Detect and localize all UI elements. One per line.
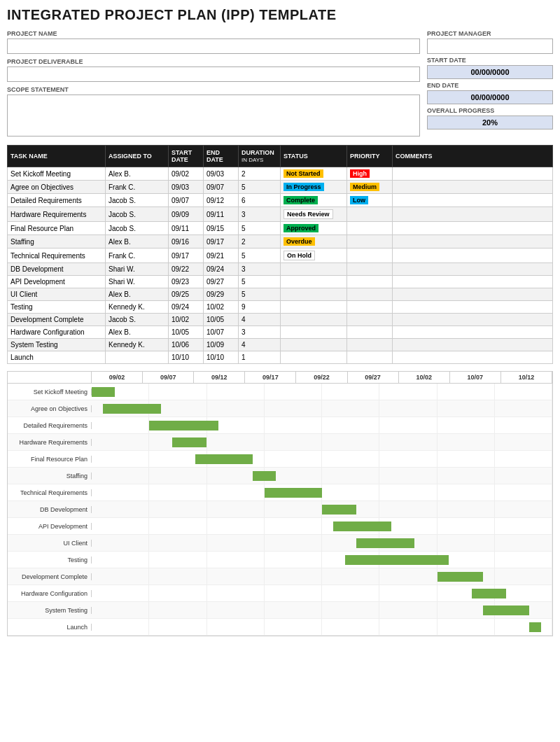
th-status: STATUS <box>281 146 347 167</box>
project-deliverable-label: PROJECT DELIVERABLE <box>7 58 420 65</box>
table-row: UI Client Alex B. 09/25 09/29 5 <box>8 288 553 301</box>
end-date: 09/15 <box>204 222 239 235</box>
comments <box>393 263 553 276</box>
end-date: 09/27 <box>204 276 239 288</box>
end-date-label: END DATE <box>427 82 553 89</box>
assigned-to: Jacob S. <box>106 207 169 222</box>
status-cell: Overdue <box>281 235 347 248</box>
priority-cell <box>347 314 393 326</box>
gantt-bar-area <box>92 468 552 484</box>
assigned-to: Jacob S. <box>106 222 169 235</box>
priority-cell <box>347 276 393 288</box>
assigned-to: Shari W. <box>106 263 169 276</box>
assigned-to: Frank C. <box>106 181 169 194</box>
th-comments: COMMENTS <box>393 146 553 167</box>
gantt-bar <box>253 471 276 481</box>
gantt-bar <box>333 522 391 531</box>
duration: 2 <box>239 167 281 181</box>
gantt-row-label: Hardware Requirements <box>8 439 92 446</box>
start-date: 09/17 <box>169 248 204 263</box>
gantt-bar-area <box>92 568 552 584</box>
gantt-bar <box>195 454 253 464</box>
project-manager-input[interactable] <box>427 38 553 54</box>
gantt-row-label: API Development <box>8 523 92 530</box>
th-start-date: START DATE <box>169 146 204 167</box>
end-date: 09/21 <box>204 248 239 263</box>
gantt-bar <box>322 505 356 514</box>
gantt-row: Final Resource Plan <box>8 451 552 468</box>
start-date: 10/02 <box>169 314 204 326</box>
gantt-date-headers: 09/0209/0709/1209/1709/2209/2710/0210/07… <box>92 372 552 383</box>
gantt-row: Staffing <box>8 468 552 484</box>
priority-badge: High <box>350 169 370 178</box>
gantt-bar-area <box>92 535 552 551</box>
comments <box>393 167 553 181</box>
duration: 3 <box>239 207 281 222</box>
gantt-bar <box>149 421 218 430</box>
duration: 5 <box>239 181 281 194</box>
end-date: 09/12 <box>204 194 239 207</box>
comments <box>393 207 553 222</box>
table-row: Staffing Alex B. 09/16 09/17 2 Overdue <box>8 235 553 248</box>
duration: 4 <box>239 314 281 326</box>
gantt-bar-area <box>92 518 552 534</box>
gantt-bar <box>265 488 322 498</box>
gantt-bar-area <box>92 484 552 500</box>
priority-cell: Low <box>347 194 393 207</box>
table-row: Technical Requirements Frank C. 09/17 09… <box>8 248 553 263</box>
comments <box>393 222 553 235</box>
start-date-value: 00/00/0000 <box>427 65 553 79</box>
status-cell <box>281 276 347 288</box>
overall-progress-value: 20% <box>427 115 553 130</box>
table-header-row: TASK NAME ASSIGNED TO START DATE END DAT… <box>8 146 553 167</box>
gantt-row-label: Hardware Configuration <box>8 590 92 597</box>
th-duration: DURATIONin days <box>239 146 281 167</box>
gantt-date-label: 10/07 <box>450 372 501 383</box>
table-row: Launch 10/10 10/10 1 <box>8 351 553 364</box>
end-date: 10/09 <box>204 339 239 351</box>
task-name: Detailed Requirements <box>8 194 106 207</box>
gantt-row-label: UI Client <box>8 540 92 547</box>
project-name-input[interactable] <box>7 38 420 54</box>
comments <box>393 235 553 248</box>
scope-statement-input[interactable] <box>7 94 420 136</box>
gantt-bar <box>356 538 414 548</box>
status-cell: Not Started <box>281 167 347 181</box>
start-date: 09/09 <box>169 207 204 222</box>
task-name: System Testing <box>8 339 106 351</box>
gantt-bar-area <box>92 400 552 416</box>
gantt-row: Hardware Configuration <box>8 585 552 602</box>
duration: 9 <box>239 301 281 314</box>
duration: 5 <box>239 276 281 288</box>
task-name: Launch <box>8 351 106 364</box>
assigned-to: Shari W. <box>106 276 169 288</box>
table-row: Agree on Objectives Frank C. 09/03 09/07… <box>8 181 553 194</box>
end-date: 10/05 <box>204 314 239 326</box>
table-row: Final Resource Plan Jacob S. 09/11 09/15… <box>8 222 553 235</box>
gantt-row: UI Client <box>8 535 552 552</box>
priority-cell <box>347 207 393 222</box>
start-date: 09/16 <box>169 235 204 248</box>
start-date: 10/10 <box>169 351 204 364</box>
task-name: Development Complete <box>8 314 106 326</box>
gantt-row: Set Kickoff Meeting <box>8 384 552 400</box>
project-deliverable-input[interactable] <box>7 66 420 82</box>
project-deliverable-field: PROJECT DELIVERABLE <box>7 58 420 82</box>
scope-statement-field: SCOPE STATEMENT <box>7 86 420 138</box>
assigned-to: Frank C. <box>106 248 169 263</box>
gantt-bar-area <box>92 434 552 450</box>
table-row: DB Development Shari W. 09/22 09/24 3 <box>8 263 553 276</box>
project-manager-label: PROJECT MANAGER <box>427 30 553 37</box>
gantt-date-label: 09/07 <box>143 372 194 383</box>
gantt-date-label: 09/27 <box>348 372 399 383</box>
comments <box>393 288 553 301</box>
status-cell: Complete <box>281 194 347 207</box>
top-section: PROJECT NAME PROJECT DELIVERABLE SCOPE S… <box>7 30 553 138</box>
priority-badge: Low <box>350 196 368 204</box>
th-priority: PRIORITY <box>347 146 393 167</box>
gantt-row: Agree on Objectives <box>8 400 552 417</box>
gantt-bar-area <box>92 602 552 618</box>
priority-cell <box>347 339 393 351</box>
status-cell <box>281 301 347 314</box>
start-date: 09/11 <box>169 222 204 235</box>
